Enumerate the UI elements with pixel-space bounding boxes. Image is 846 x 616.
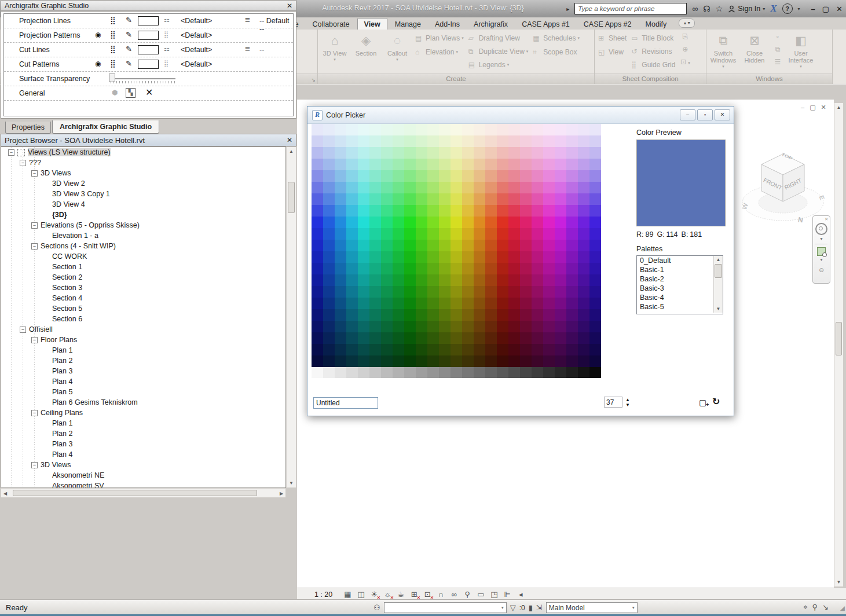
spectrum-cell[interactable] (566, 205, 578, 217)
spectrum-cell[interactable] (555, 274, 566, 286)
spectrum-cell[interactable] (555, 321, 566, 332)
spectrum-cell[interactable] (416, 298, 427, 309)
spectrum-cell[interactable] (335, 240, 346, 251)
spectrum-cell[interactable] (462, 147, 474, 159)
project-browser-header[interactable]: Project Browser - SOA Utvidelse Hotell.r… (1, 134, 296, 146)
spectrum-cell[interactable] (451, 251, 462, 263)
spectrum-cell[interactable] (451, 263, 462, 274)
spectrum-cell[interactable] (497, 321, 508, 332)
spectrum-cell[interactable] (589, 170, 601, 182)
plan-views-button[interactable]: ▤Plan Views▾ (415, 31, 464, 45)
spectrum-cell[interactable] (439, 286, 451, 298)
callout-button[interactable]: ◌Callout▾ (382, 30, 413, 73)
spectrum-cell[interactable] (381, 263, 393, 274)
spectrum-cell[interactable] (578, 263, 589, 274)
spectrum-cell[interactable] (566, 182, 578, 193)
spectrum-cell[interactable] (497, 344, 508, 355)
spectrum-cell[interactable] (393, 251, 404, 263)
spectrum-cell[interactable] (578, 159, 589, 170)
spectrum-cell[interactable] (451, 332, 462, 344)
scroll-up-icon[interactable]: ▲ (714, 257, 723, 262)
spectrum-gray-cell[interactable] (312, 367, 323, 378)
drafting-view-button[interactable]: ▱Drafting View (468, 31, 529, 45)
spectrum-cell[interactable] (485, 286, 497, 298)
color-spectrum[interactable] (312, 124, 601, 378)
spectrum-cell[interactable] (497, 274, 508, 286)
spectrum-cell[interactable] (358, 170, 369, 182)
spectrum-cell[interactable] (566, 298, 578, 309)
spectrum-cell[interactable] (369, 182, 381, 193)
spinner-down-icon[interactable]: ▼ (625, 402, 630, 408)
spectrum-cell[interactable] (474, 321, 485, 332)
spectrum-cell[interactable] (404, 135, 416, 147)
spectrum-cell[interactable] (520, 286, 532, 298)
spectrum-cell[interactable] (462, 135, 474, 147)
spectrum-cell[interactable] (335, 344, 346, 355)
spectrum-cell[interactable] (508, 124, 520, 135)
spectrum-cell[interactable] (520, 298, 532, 309)
spectrum-cell[interactable] (404, 217, 416, 228)
ribbon-tab-case-apps-1[interactable]: CASE Apps #1 (515, 19, 576, 30)
spectrum-cell[interactable] (485, 135, 497, 147)
spectrum-cell[interactable] (439, 228, 451, 240)
tree-vertical-scrollbar[interactable]: ▲ ▼ (286, 146, 296, 488)
spectrum-cell[interactable] (335, 205, 346, 217)
spectrum-cell[interactable] (578, 355, 589, 367)
tree-item[interactable]: Plan 6 Gesims Tekniskrom (1, 397, 285, 408)
line-pattern-icon[interactable]: ⚏ (164, 45, 170, 53)
spectrum-cell[interactable] (532, 228, 543, 240)
spectrum-cell[interactable] (393, 240, 404, 251)
spectrum-cell[interactable] (335, 332, 346, 344)
eyedropper-icon[interactable]: ✎ (126, 30, 132, 39)
spectrum-cell[interactable] (589, 228, 601, 240)
spectrum-cell[interactable] (393, 159, 404, 170)
spectrum-cell[interactable] (416, 344, 427, 355)
spectrum-cell[interactable] (474, 228, 485, 240)
spectrum-cell[interactable] (427, 193, 439, 205)
spectrum-cell[interactable] (555, 286, 566, 298)
spectrum-cell[interactable] (474, 309, 485, 321)
reset-icon[interactable]: ✕ (145, 87, 153, 98)
scrollbar-thumb[interactable] (13, 490, 257, 496)
ribbon-tab-view[interactable]: View (357, 18, 387, 30)
palettes-scrollbar[interactable]: ▲ ▼ (713, 256, 723, 313)
spectrum-cell[interactable] (485, 240, 497, 251)
spectrum-cell[interactable] (323, 228, 335, 240)
spectrum-cell[interactable] (474, 147, 485, 159)
spectrum-cell[interactable] (312, 286, 323, 298)
spectrum-cell[interactable] (451, 344, 462, 355)
spectrum-cell[interactable] (369, 298, 381, 309)
spectrum-cell[interactable] (335, 159, 346, 170)
worksharing-display-icon[interactable]: ▮ (529, 603, 533, 612)
spectrum-cell[interactable] (335, 228, 346, 240)
spectrum-cell[interactable] (485, 321, 497, 332)
view-restore-icon[interactable]: ▢ (810, 104, 815, 111)
spectrum-cell[interactable] (404, 332, 416, 344)
spectrum-cell[interactable] (485, 193, 497, 205)
spectrum-cell[interactable] (497, 147, 508, 159)
spectrum-cell[interactable] (520, 193, 532, 205)
spectrum-cell[interactable] (323, 159, 335, 170)
spectrum-cell[interactable] (346, 147, 358, 159)
spectrum-cell[interactable] (393, 309, 404, 321)
spectrum-cell[interactable] (404, 159, 416, 170)
spectrum-cell[interactable] (323, 170, 335, 182)
spectrum-cell[interactable] (381, 344, 393, 355)
spectrum-cell[interactable] (381, 355, 393, 367)
pattern-value[interactable]: <Default> (181, 60, 212, 68)
spectrum-cell[interactable] (439, 159, 451, 170)
spectrum-cell[interactable] (416, 170, 427, 182)
tree-item[interactable]: Section 1 (1, 262, 285, 272)
spectrum-cell[interactable] (485, 124, 497, 135)
spectrum-cell[interactable] (532, 344, 543, 355)
spectrum-cell[interactable] (346, 170, 358, 182)
palette-item[interactable]: Basic-2 (637, 274, 714, 284)
spectrum-cell[interactable] (369, 344, 381, 355)
spectrum-cell[interactable] (589, 240, 601, 251)
spectrum-cell[interactable] (508, 147, 520, 159)
spectrum-cell[interactable] (312, 159, 323, 170)
spectrum-cell[interactable] (566, 274, 578, 286)
tree-item[interactable]: −3D Views (1, 460, 285, 470)
spectrum-cell[interactable] (369, 309, 381, 321)
spectrum-cell[interactable] (497, 217, 508, 228)
